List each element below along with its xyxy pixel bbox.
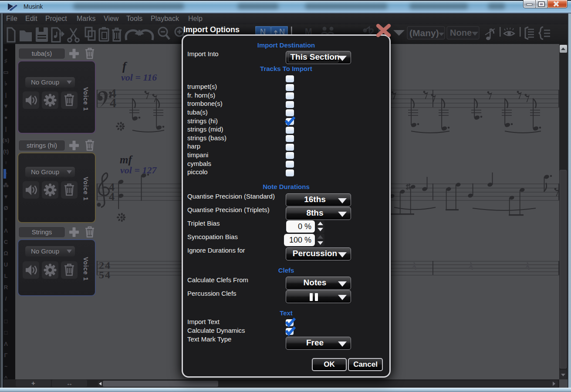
- svg-text:f: f: [122, 60, 128, 73]
- svg-text:4: 4: [105, 269, 110, 280]
- svg-text:4: 4: [109, 190, 115, 203]
- svg-text:None: None: [450, 28, 472, 37]
- svg-text:4: 4: [110, 95, 116, 110]
- svg-text:(Many): (Many): [409, 28, 439, 38]
- svg-text:5: 5: [99, 269, 104, 280]
- svg-text:mf: mf: [120, 154, 133, 166]
- svg-text:vol = 127: vol = 127: [120, 165, 157, 176]
- svg-text:vol = 116: vol = 116: [121, 72, 157, 83]
